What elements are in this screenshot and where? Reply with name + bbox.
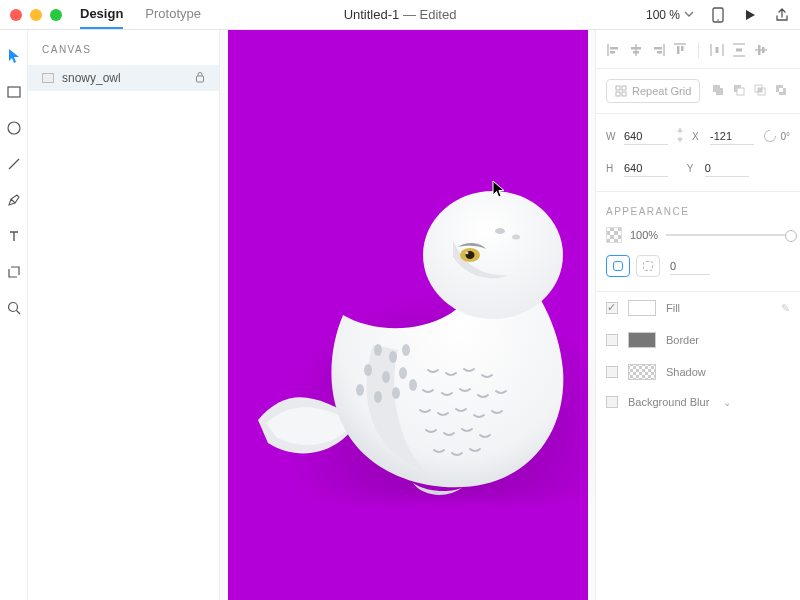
workspace: CANVAS snowy_owl bbox=[0, 30, 800, 600]
shadow-row: Shadow bbox=[596, 356, 800, 388]
union-icon[interactable] bbox=[711, 83, 727, 99]
svg-point-20 bbox=[356, 384, 364, 396]
bgblur-checkbox[interactable] bbox=[606, 396, 618, 408]
border-checkbox[interactable] bbox=[606, 334, 618, 346]
rotation-icon bbox=[762, 128, 779, 145]
corner-uniform-button[interactable] bbox=[606, 255, 630, 277]
shadow-checkbox[interactable] bbox=[606, 366, 618, 378]
y-label: Y bbox=[687, 163, 699, 174]
tab-design[interactable]: Design bbox=[80, 0, 123, 29]
align-left-icon[interactable] bbox=[606, 42, 622, 58]
tab-prototype[interactable]: Prototype bbox=[145, 0, 201, 29]
canvas-area[interactable] bbox=[220, 30, 595, 600]
svg-point-22 bbox=[392, 387, 400, 399]
shadow-swatch[interactable] bbox=[628, 364, 656, 380]
zoom-value: 100 % bbox=[646, 8, 680, 22]
fill-label: Fill bbox=[666, 302, 680, 314]
svg-rect-46 bbox=[622, 86, 626, 90]
line-tool-icon[interactable] bbox=[6, 156, 22, 172]
window-traffic-lights bbox=[0, 9, 62, 21]
chevron-down-icon[interactable]: ⌄ bbox=[723, 397, 731, 408]
svg-rect-43 bbox=[758, 45, 761, 55]
layers-panel: CANVAS snowy_owl bbox=[28, 30, 220, 600]
ellipse-tool-icon[interactable] bbox=[6, 120, 22, 136]
zoom-control[interactable]: 100 % bbox=[646, 8, 694, 22]
height-label: H bbox=[606, 163, 618, 174]
distribute-v-icon[interactable] bbox=[731, 42, 747, 58]
rotation-control[interactable]: 0° bbox=[764, 130, 790, 142]
svg-rect-7 bbox=[197, 76, 204, 82]
corner-independent-button[interactable] bbox=[636, 255, 660, 277]
height-field[interactable] bbox=[624, 160, 668, 177]
corner-radius-field[interactable] bbox=[670, 258, 710, 275]
properties-panel: Repeat Grid W X 0° bbox=[595, 30, 800, 600]
document-name: Untitled-1 bbox=[344, 7, 400, 22]
snowy-owl-artwork bbox=[248, 185, 588, 505]
device-preview-icon[interactable] bbox=[710, 7, 726, 23]
align-hcenter-icon[interactable] bbox=[628, 42, 644, 58]
svg-rect-45 bbox=[616, 86, 620, 90]
y-field[interactable] bbox=[705, 160, 749, 177]
distribute-h-icon[interactable] bbox=[709, 42, 725, 58]
svg-point-12 bbox=[495, 228, 505, 234]
svg-rect-35 bbox=[681, 46, 684, 51]
opacity-icon bbox=[606, 227, 622, 243]
link-dimensions-icon[interactable] bbox=[674, 126, 686, 146]
svg-point-13 bbox=[512, 235, 520, 240]
alignment-row bbox=[596, 38, 800, 69]
svg-point-3 bbox=[8, 122, 20, 134]
zoom-window-button[interactable] bbox=[50, 9, 62, 21]
svg-point-5 bbox=[8, 303, 17, 312]
svg-rect-41 bbox=[736, 49, 742, 52]
exclude-icon[interactable] bbox=[774, 83, 790, 99]
subtract-icon[interactable] bbox=[732, 83, 748, 99]
boolean-ops bbox=[711, 83, 790, 99]
width-field[interactable] bbox=[624, 128, 668, 145]
fill-swatch[interactable] bbox=[628, 300, 656, 316]
titlebar: Design Prototype Untitled-1 — Edited 100… bbox=[0, 0, 800, 30]
text-tool-icon[interactable] bbox=[6, 228, 22, 244]
x-label: X bbox=[692, 131, 704, 142]
shadow-label: Shadow bbox=[666, 366, 706, 378]
dimensions-section: W X 0° H . Y bbox=[596, 114, 800, 192]
svg-line-6 bbox=[16, 311, 20, 315]
zoom-tool-icon[interactable] bbox=[6, 300, 22, 316]
select-tool-icon[interactable] bbox=[6, 48, 22, 64]
layer-row[interactable]: snowy_owl bbox=[28, 65, 219, 91]
mouse-cursor-icon bbox=[492, 180, 506, 200]
align-vcenter-icon[interactable] bbox=[753, 42, 769, 58]
artboard-tool-icon[interactable] bbox=[6, 264, 22, 280]
align-top-icon[interactable] bbox=[672, 42, 688, 58]
svg-point-1 bbox=[717, 19, 719, 21]
opacity-slider[interactable] bbox=[666, 234, 790, 236]
align-right-icon[interactable] bbox=[650, 42, 666, 58]
repeat-grid-button[interactable]: Repeat Grid bbox=[606, 79, 700, 103]
minimize-window-button[interactable] bbox=[30, 9, 42, 21]
svg-point-17 bbox=[364, 364, 372, 376]
rectangle-tool-icon[interactable] bbox=[6, 84, 22, 100]
repeat-grid-row: Repeat Grid bbox=[596, 69, 800, 114]
svg-line-4 bbox=[9, 159, 19, 169]
svg-rect-25 bbox=[610, 47, 618, 50]
border-swatch[interactable] bbox=[628, 332, 656, 348]
svg-rect-2 bbox=[8, 87, 20, 97]
play-preview-icon[interactable] bbox=[742, 7, 758, 23]
svg-point-11 bbox=[465, 252, 468, 254]
svg-rect-47 bbox=[616, 92, 620, 96]
chevron-down-icon bbox=[684, 8, 694, 22]
svg-rect-32 bbox=[657, 51, 662, 54]
artboard[interactable] bbox=[228, 30, 588, 600]
pen-tool-icon[interactable] bbox=[6, 192, 22, 208]
share-icon[interactable] bbox=[774, 7, 790, 23]
svg-point-16 bbox=[402, 344, 410, 356]
intersect-icon[interactable] bbox=[753, 83, 769, 99]
edit-icon[interactable]: ✎ bbox=[781, 302, 790, 315]
titlebar-right-controls: 100 % bbox=[646, 7, 800, 23]
close-window-button[interactable] bbox=[10, 9, 22, 21]
lock-icon[interactable] bbox=[195, 71, 205, 85]
svg-rect-38 bbox=[716, 47, 719, 53]
fill-checkbox[interactable] bbox=[606, 302, 618, 314]
x-field[interactable] bbox=[710, 128, 754, 145]
document-status: Edited bbox=[420, 7, 457, 22]
svg-point-21 bbox=[374, 391, 382, 403]
